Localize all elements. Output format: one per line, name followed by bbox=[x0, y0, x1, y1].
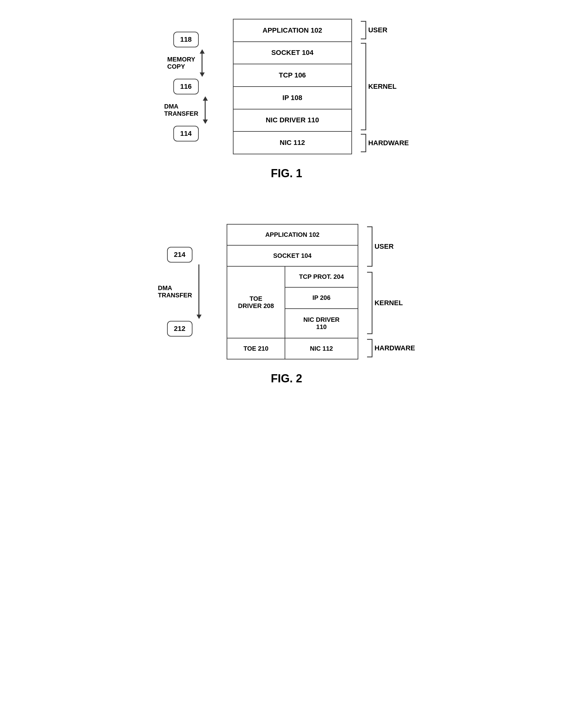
stack-cell-nic: NIC 112 bbox=[233, 132, 352, 154]
dma-transfer-area: DMA TRANSFER bbox=[164, 96, 208, 124]
fig2-arrowhead-down bbox=[197, 314, 202, 319]
stack-cell-ip: IP 108 bbox=[233, 87, 352, 109]
stack2-cell-nic112: NIC 112 bbox=[285, 338, 358, 359]
table-row: SOCKET 104 bbox=[227, 245, 358, 266]
bidirectional-arrow-2 bbox=[203, 96, 208, 124]
stack2-cell-toe210: TOE 210 bbox=[227, 338, 285, 359]
table-row: NIC DRIVER 110 bbox=[233, 109, 352, 132]
kernel-bracket-group: KERNEL bbox=[358, 41, 409, 132]
fig1-stack-area: APPLICATION 102 SOCKET 104 TCP 106 IP 10… bbox=[233, 19, 409, 154]
arrowhead-up-2 bbox=[203, 96, 208, 101]
stack2-cell-toe-driver: TOE DRIVER 208 bbox=[227, 266, 285, 338]
table-row: TCP 106 bbox=[233, 64, 352, 87]
fig2-right-labels: USER KERNEL HARDWARE bbox=[365, 224, 415, 359]
fig2-stack-table: APPLICATION 102 SOCKET 104 TOE DRIVER 20… bbox=[227, 224, 358, 359]
fig1-left: 118 MEMORY COPY 116 DMA TRANSFER bbox=[164, 32, 208, 141]
arrowhead-up-1 bbox=[200, 49, 205, 54]
fig2-user-label: USER bbox=[375, 242, 394, 251]
table-row: TOE 210 NIC 112 bbox=[227, 338, 358, 359]
fig2-diagram: 214 DMA TRANSFER 212 APPLICATION 102 bbox=[67, 224, 506, 359]
kernel-bracket-svg bbox=[358, 43, 368, 131]
user-bracket-group: USER bbox=[358, 19, 409, 41]
fig2-hardware-label: HARDWARE bbox=[375, 344, 415, 352]
arrowhead-down-2 bbox=[203, 119, 208, 124]
table-row: SOCKET 104 bbox=[233, 42, 352, 64]
arrow-shaft-1 bbox=[202, 54, 203, 72]
box-114: 114 bbox=[173, 126, 199, 141]
table-row: IP 108 bbox=[233, 87, 352, 109]
bidirectional-arrow-1 bbox=[200, 49, 205, 77]
table-row: APPLICATION 102 bbox=[233, 19, 352, 42]
dma-transfer-label: DMA TRANSFER bbox=[164, 103, 198, 117]
arrow-shaft-2 bbox=[205, 101, 206, 119]
user-bracket-svg bbox=[358, 21, 368, 40]
fig2-hardware-bracket-group: HARDWARE bbox=[365, 337, 415, 359]
hardware-label: HARDWARE bbox=[368, 139, 409, 147]
fig2-hardware-bracket-svg bbox=[365, 339, 375, 357]
fig1-section: 118 MEMORY COPY 116 DMA TRANSFER bbox=[67, 19, 506, 180]
table-row: TOE DRIVER 208 TCP PROT. 204 bbox=[227, 266, 358, 287]
box-212: 212 bbox=[167, 321, 193, 337]
stack2-cell-nic-driver110: NIC DRIVER 110 bbox=[285, 309, 358, 338]
box-118: 118 bbox=[173, 32, 199, 47]
stack-cell-app: APPLICATION 102 bbox=[233, 19, 352, 42]
fig2-arrow bbox=[197, 264, 202, 319]
fig2-left: 214 DMA TRANSFER 212 bbox=[158, 247, 202, 337]
fig2-kernel-label: KERNEL bbox=[375, 299, 403, 307]
fig1-diagram: 118 MEMORY COPY 116 DMA TRANSFER bbox=[67, 19, 506, 154]
fig2-arrow-shaft bbox=[198, 264, 199, 314]
table-row: APPLICATION 102 bbox=[227, 224, 358, 245]
fig2-section: 214 DMA TRANSFER 212 APPLICATION 102 bbox=[67, 224, 506, 385]
fig2-user-bracket-svg bbox=[365, 226, 375, 267]
fig2-dma-label: DMA TRANSFER bbox=[158, 285, 192, 299]
kernel-label: KERNEL bbox=[368, 83, 397, 91]
stack2-cell-ip206: IP 206 bbox=[285, 287, 358, 308]
box-214: 214 bbox=[167, 247, 193, 262]
arrowhead-down-1 bbox=[200, 72, 205, 77]
fig1-stack-table: APPLICATION 102 SOCKET 104 TCP 106 IP 10… bbox=[233, 19, 352, 154]
fig2-stack-area: APPLICATION 102 SOCKET 104 TOE DRIVER 20… bbox=[227, 224, 415, 359]
user-label: USER bbox=[368, 26, 387, 34]
stack2-cell-app: APPLICATION 102 bbox=[227, 224, 358, 245]
box-116: 116 bbox=[173, 79, 199, 94]
fig1-label: FIG. 1 bbox=[271, 167, 302, 180]
stack2-cell-tcp-prot: TCP PROT. 204 bbox=[285, 266, 358, 287]
fig2-label: FIG. 2 bbox=[271, 372, 302, 385]
hardware-bracket-group: HARDWARE bbox=[358, 132, 409, 154]
hardware-bracket-svg bbox=[358, 134, 368, 152]
stack-cell-socket: SOCKET 104 bbox=[233, 42, 352, 64]
memory-copy-area: MEMORY COPY bbox=[167, 49, 205, 77]
fig2-dma-area: DMA TRANSFER bbox=[158, 264, 202, 319]
fig2-kernel-bracket-svg bbox=[365, 272, 375, 334]
stack-cell-nic-driver: NIC DRIVER 110 bbox=[233, 109, 352, 132]
fig2-user-bracket-group: USER bbox=[365, 224, 415, 269]
stack-cell-tcp: TCP 106 bbox=[233, 64, 352, 87]
memory-copy-label: MEMORY COPY bbox=[167, 56, 195, 70]
table-row: NIC 112 bbox=[233, 132, 352, 154]
fig1-right-labels: USER KERNEL HARDWARE bbox=[358, 19, 409, 154]
fig2-kernel-bracket-group: KERNEL bbox=[365, 269, 415, 337]
stack2-cell-socket: SOCKET 104 bbox=[227, 245, 358, 266]
